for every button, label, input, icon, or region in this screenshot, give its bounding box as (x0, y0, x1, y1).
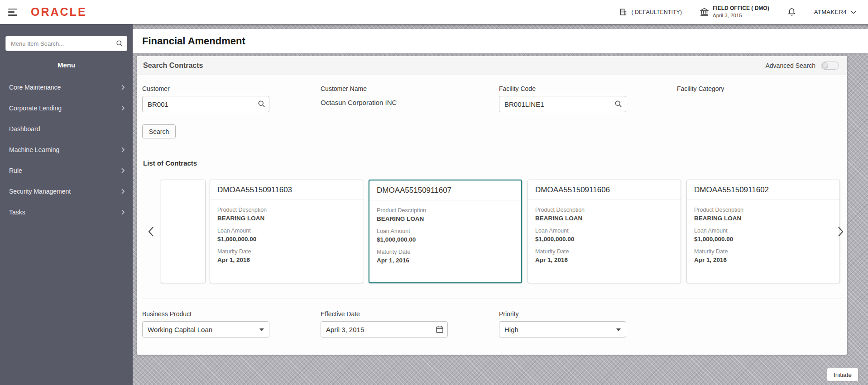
priority-field: Priority High (499, 310, 626, 337)
maturity-date-value: Apr 1, 2016 (535, 257, 673, 263)
page-title: Financial Amendment (142, 35, 245, 47)
priority-value: High (504, 326, 518, 333)
facility-category-field: Facility Category (677, 85, 804, 92)
branch-info: FIELD OFFICE ( DMO) April 3, 2015 (713, 5, 769, 19)
contract-card-body: Product Description BEARING LOAN Loan Am… (528, 200, 681, 263)
facility-code-field: Facility Code (499, 85, 626, 112)
chevron-right-icon (121, 209, 125, 215)
contract-card-clipped[interactable] (161, 180, 206, 283)
loan-amount-value: $1,000,000.00 (377, 236, 514, 243)
dropdown-caret-icon (616, 328, 621, 331)
entity-icon (619, 8, 627, 16)
product-description-value: BEARING LOAN (694, 215, 832, 222)
entity-selector[interactable]: ( DEFAULTENTITY) (619, 8, 682, 16)
loan-amount-value: $1,000,000.00 (694, 236, 832, 242)
branch-selector[interactable]: FIELD OFFICE ( DMO) April 3, 2015 (700, 5, 769, 19)
header-right-cluster: ( DEFAULTENTITY) FIELD OFFICE ( DMO) Apr… (619, 5, 856, 19)
contract-card[interactable]: DMOAA55150911606 Product Description BEA… (528, 180, 681, 283)
product-description-label: Product Description (535, 207, 673, 213)
user-name: ATMAKER4 (814, 9, 847, 15)
contract-card-body: Product Description BEARING LOAN Loan Am… (210, 200, 363, 263)
maturity-date-value: Apr 1, 2016 (694, 257, 832, 263)
business-product-label: Business Product (142, 310, 269, 318)
effective-date-label: Effective Date (321, 310, 448, 318)
product-description-value: BEARING LOAN (535, 215, 673, 222)
carousel-left-icon (148, 226, 154, 237)
sidebar-item-tasks[interactable]: Tasks (0, 202, 133, 223)
sidebar-item-label: Tasks (9, 209, 25, 216)
contract-id: DMOAA55150911606 (528, 180, 681, 200)
section-title: Search Contracts (143, 62, 203, 70)
advanced-search-toggle[interactable] (821, 62, 839, 70)
sidebar-item-dashboard[interactable]: Dashboard (0, 119, 133, 139)
sidebar-item-label: Security Management (9, 188, 71, 195)
chevron-right-icon (121, 189, 125, 194)
sidebar: Menu Core Maintenance Corporate Lending … (0, 24, 133, 385)
product-description-value: BEARING LOAN (377, 215, 514, 222)
search-button[interactable]: Search (142, 124, 176, 138)
hamburger-menu-icon[interactable] (8, 9, 18, 16)
notifications-button[interactable] (787, 8, 796, 16)
sidebar-item-security-management[interactable]: Security Management (0, 181, 133, 202)
loan-amount-label: Loan Amount (535, 228, 673, 234)
sidebar-item-label: Machine Learning (9, 146, 59, 153)
sidebar-item-label: Core Maintenance (9, 84, 61, 91)
effective-date-field: Effective Date (321, 310, 448, 337)
contract-id: DMOAA55150911607 (369, 181, 521, 200)
chevron-right-icon (121, 147, 125, 152)
chevron-right-icon (121, 168, 125, 173)
chevron-right-icon (121, 85, 125, 90)
facility-code-input[interactable] (499, 96, 626, 112)
sidebar-item-machine-learning[interactable]: Machine Learning (0, 139, 133, 160)
sidebar-item-core-maintenance[interactable]: Core Maintenance (0, 77, 133, 98)
menu-heading: Menu (0, 61, 133, 69)
oracle-logo: ORACLE (31, 5, 87, 19)
sidebar-item-label: Dashboard (9, 125, 40, 133)
loan-amount-label: Loan Amount (217, 228, 355, 234)
posting-date: April 3, 2015 (713, 12, 769, 19)
advanced-search: Advanced Search (765, 62, 839, 70)
sidebar-nav: Core Maintenance Corporate Lending Dashb… (0, 77, 133, 223)
search-icon (116, 40, 123, 47)
loan-amount-value: $1,000,000.00 (535, 236, 673, 242)
sidebar-item-label: Rule (9, 167, 22, 174)
menu-search-input[interactable] (5, 36, 127, 51)
sidebar-item-rule[interactable]: Rule (0, 160, 133, 181)
sidebar-item-label: Corporate Lending (9, 105, 62, 112)
customer-input[interactable] (142, 96, 269, 112)
header-shadow (133, 24, 868, 29)
customer-name-field: Customer Name Octasun Corporation INC (321, 85, 448, 106)
initiate-button[interactable]: Initiate (827, 368, 858, 381)
section-divider (142, 299, 842, 299)
maturity-date-label: Maturity Date (377, 249, 514, 255)
business-product-select[interactable]: Working Capital Loan (142, 321, 269, 337)
advanced-search-label: Advanced Search (765, 62, 815, 69)
calendar-icon[interactable] (436, 325, 444, 333)
business-product-field: Business Product Working Capital Loan (142, 310, 269, 337)
product-description-label: Product Description (217, 207, 355, 213)
contract-card[interactable]: DMOAA55150911603 Product Description BEA… (210, 180, 363, 283)
facility-category-label: Facility Category (677, 85, 804, 92)
product-description-value: BEARING LOAN (217, 215, 355, 222)
branch-name: FIELD OFFICE ( DMO) (713, 5, 769, 12)
carousel-prev-button[interactable] (145, 224, 157, 239)
carousel-right-icon (838, 226, 844, 237)
search-icon[interactable] (258, 100, 265, 108)
contract-id: DMOAA55150911603 (210, 180, 363, 200)
sidebar-item-corporate-lending[interactable]: Corporate Lending (0, 98, 133, 119)
top-header: ORACLE ( DEFAULTENTITY) FIELD OFFICE ( D… (0, 0, 868, 24)
contract-card[interactable]: DMOAA55150911602 Product Description BEA… (686, 180, 840, 283)
chevron-down-icon (851, 10, 856, 14)
branch-icon (700, 8, 709, 16)
search-icon[interactable] (614, 100, 622, 108)
product-description-label: Product Description (694, 207, 832, 213)
maturity-date-label: Maturity Date (535, 248, 673, 255)
customer-field: Customer (142, 85, 269, 112)
user-menu[interactable]: ATMAKER4 (814, 9, 856, 15)
effective-date-input[interactable] (321, 321, 448, 337)
dropdown-caret-icon (259, 328, 264, 331)
contract-card-selected[interactable]: DMOAA55150911607 Product Description BEA… (369, 180, 522, 283)
priority-select[interactable]: High (499, 321, 626, 337)
carousel-next-button[interactable] (834, 224, 846, 239)
menu-search (5, 36, 127, 51)
